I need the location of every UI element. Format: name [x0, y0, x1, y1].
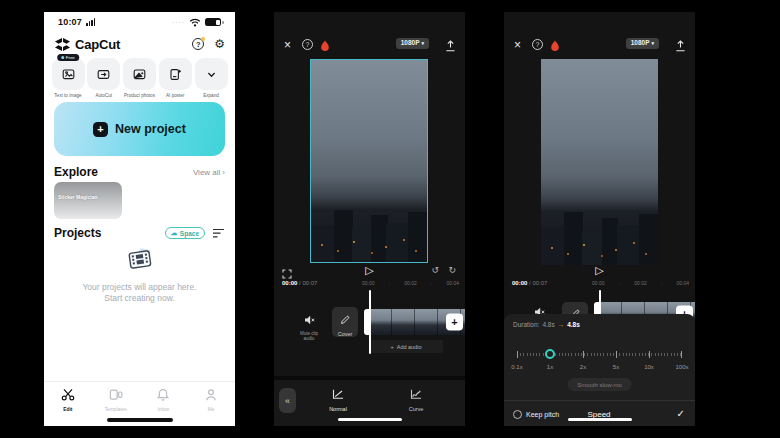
- time-current: 00:00: [512, 280, 527, 286]
- duration-row: Duration: 4.8s → 4.8s: [513, 322, 580, 329]
- home-indicator[interactable]: [107, 418, 173, 422]
- city-lights: [321, 244, 323, 246]
- duration-label: Duration:: [513, 322, 539, 329]
- scale-label: 5x: [613, 364, 619, 370]
- explore-title: Explore: [54, 165, 98, 179]
- help-icon[interactable]: ?: [302, 39, 313, 50]
- close-icon[interactable]: ×: [284, 38, 291, 52]
- undo-icon[interactable]: ↺: [431, 264, 439, 276]
- speed-slider[interactable]: [517, 350, 682, 358]
- pen-icon: [340, 315, 350, 325]
- tool-expand[interactable]: Expand: [194, 58, 228, 98]
- building: [582, 231, 603, 265]
- time-divider: /: [529, 280, 531, 286]
- timeline-ruler: 00:00 · 00:02 · 00:04: [362, 279, 459, 288]
- flame-icon[interactable]: [320, 38, 330, 56]
- tool-product-photos[interactable]: Product photos: [123, 58, 157, 98]
- smooth-slow-mo-button[interactable]: Smooth slow-mo: [567, 378, 632, 391]
- keep-pitch-radio[interactable]: [513, 410, 522, 419]
- video-preview[interactable]: [541, 59, 658, 265]
- explore-card-sticker-magician[interactable]: Sticker Magician: [54, 182, 122, 219]
- settings-gear-icon[interactable]: ⚙: [214, 38, 225, 50]
- capcut-logo: [54, 37, 71, 52]
- capcut-home-screen: 10:07 ···· CapCut ? ⚙ Free Text: [44, 12, 235, 426]
- ai-poster-icon: [169, 68, 182, 81]
- help-glyph: ?: [196, 40, 201, 49]
- nav-inbox[interactable]: Inbox: [143, 387, 183, 412]
- arrow-right-icon: →: [558, 322, 565, 329]
- slider-tick-dots: [517, 353, 682, 356]
- screenshot-stage: 10:07 ···· CapCut ? ⚙ Free Text: [0, 0, 780, 438]
- explore-card-label: Sticker Magician: [58, 194, 97, 200]
- cover-label: Cover: [332, 331, 358, 337]
- nav-templates[interactable]: Templates: [96, 387, 136, 412]
- ruler-tick: 00:04: [676, 279, 689, 288]
- templates-icon: [109, 388, 123, 401]
- duration-after: 4.8s: [567, 322, 580, 329]
- resolution-button[interactable]: 1080P ▾: [396, 38, 429, 49]
- export-icon[interactable]: [445, 38, 456, 56]
- timeline-timerow: 00:00 / 00:07 00:00 · 00:02 · 00:04: [282, 279, 459, 288]
- building: [386, 223, 409, 262]
- tool-text-to-image[interactable]: Free Text to image: [51, 58, 85, 98]
- slider-handle[interactable]: [545, 349, 555, 359]
- collapse-panel-button[interactable]: «: [279, 388, 296, 413]
- speed-editor-screen: × ? 1080P ▾ ▷ 00:00 / 00:07: [504, 12, 695, 426]
- ruler-tick: 00:00: [592, 279, 605, 288]
- cover-button[interactable]: Cover: [332, 307, 358, 337]
- wifi-icon: [189, 18, 201, 27]
- view-all-link[interactable]: View all ›: [193, 168, 225, 177]
- sort-list-icon[interactable]: [212, 228, 225, 239]
- caret-down-icon: ▾: [651, 41, 654, 46]
- new-project-button[interactable]: + New project: [54, 102, 225, 156]
- building: [311, 225, 337, 262]
- explore-header: Explore View all ›: [54, 165, 225, 179]
- export-icon[interactable]: [675, 38, 686, 56]
- close-icon[interactable]: ×: [514, 38, 521, 52]
- tab-curve-speed[interactable]: Curve: [394, 386, 438, 412]
- bell-icon: [156, 388, 170, 401]
- timeline-timerow: 00:00 / 00:07 00:00 · 00:02 · 00:04: [512, 279, 689, 288]
- tool-label: Expand: [194, 93, 228, 98]
- play-button[interactable]: ▷: [365, 263, 373, 277]
- projects-header: Projects ☁ Space: [54, 226, 225, 240]
- resolution-button[interactable]: 1080P ▾: [626, 38, 659, 49]
- play-button[interactable]: ▷: [595, 263, 603, 277]
- tool-label: Text to image: [51, 93, 85, 98]
- building: [639, 214, 658, 265]
- building: [602, 218, 618, 265]
- cloud-icon: ☁: [171, 230, 178, 237]
- add-audio-label: Add audio: [397, 344, 422, 350]
- playhead[interactable]: [369, 290, 371, 354]
- mute-clip-audio-button[interactable]: Mute clip audio: [290, 311, 328, 342]
- nav-label: Templates: [96, 407, 136, 412]
- add-audio-button[interactable]: + Add audio: [369, 340, 443, 353]
- video-preview[interactable]: [310, 59, 428, 263]
- home-indicator[interactable]: [568, 418, 632, 422]
- product-photos-icon: [133, 68, 146, 81]
- tool-autocut[interactable]: AutoCut: [87, 58, 121, 98]
- video-clip-track[interactable]: +: [364, 309, 465, 335]
- help-icon[interactable]: ?: [532, 39, 543, 50]
- nav-me[interactable]: Me: [191, 387, 231, 412]
- building: [564, 212, 583, 265]
- chevron-down-icon: [205, 68, 218, 81]
- space-badge[interactable]: ☁ Space: [165, 227, 205, 239]
- help-icon[interactable]: ?: [192, 38, 204, 50]
- city-skyline: [311, 197, 427, 262]
- tab-label: Normal: [316, 406, 360, 412]
- quick-tools-row: Free Text to image AutoCut Product photo…: [51, 58, 228, 98]
- time-divider: /: [299, 280, 301, 286]
- confirm-check-icon[interactable]: ✓: [677, 409, 685, 419]
- tab-label: Curve: [394, 406, 438, 412]
- duration-before: 4.8s: [542, 322, 554, 329]
- redo-icon[interactable]: ↻: [448, 264, 456, 276]
- tab-normal-speed[interactable]: Normal: [316, 386, 360, 412]
- home-indicator[interactable]: [338, 418, 402, 422]
- tool-ai-poster[interactable]: AI poster: [158, 58, 192, 98]
- projects-title: Projects: [54, 226, 101, 240]
- add-clip-button[interactable]: +: [446, 314, 463, 331]
- slider-major-tick: [616, 351, 617, 358]
- nav-edit[interactable]: Edit: [48, 387, 88, 412]
- flame-icon[interactable]: [550, 38, 560, 56]
